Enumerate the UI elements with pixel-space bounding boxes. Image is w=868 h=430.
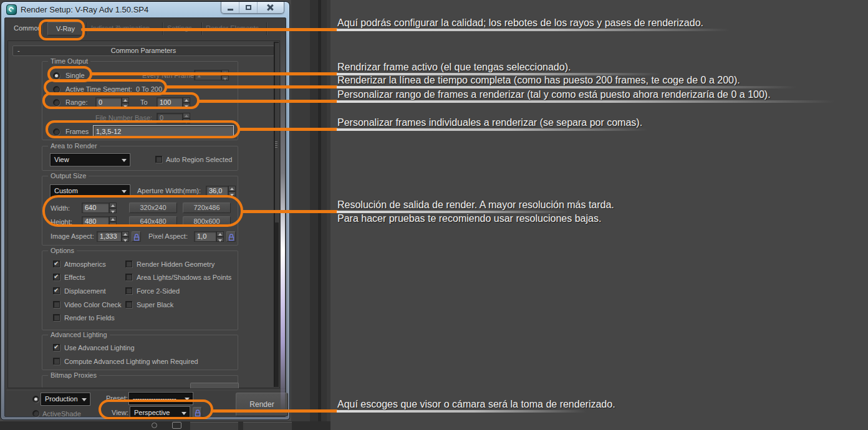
group-label: Bitmap Proxies xyxy=(48,371,99,379)
area-lights-checkbox[interactable] xyxy=(125,274,132,280)
minimize-icon xyxy=(228,9,233,11)
aero-glass-highlight xyxy=(281,27,285,412)
atmospherics-label: Atmospherics xyxy=(64,260,106,268)
statusbar-fragment xyxy=(190,422,238,430)
pixel-aspect-spinner[interactable] xyxy=(216,231,224,242)
rollout-title: Common Parameters xyxy=(111,47,176,54)
highlight-ring-resolution xyxy=(42,195,243,227)
pixel-aspect-field[interactable]: 1,0 xyxy=(194,231,216,242)
panel-scrollbar[interactable] xyxy=(274,42,279,387)
image-aspect-lock-button[interactable] xyxy=(132,231,141,242)
video-color-check-label: Video Color Check xyxy=(64,301,122,308)
highlight-ring-vray-tab xyxy=(39,19,85,41)
force-2-sided-label: Force 2-Sided xyxy=(137,287,180,295)
render-to-fields-checkbox[interactable] xyxy=(53,314,60,321)
annotation-full-timeline: Renderizar la línea de tiempo completa (… xyxy=(337,75,740,86)
image-aspect-field[interactable]: 1,333 xyxy=(97,231,122,242)
displacement-checkbox[interactable] xyxy=(53,287,60,294)
minimize-button[interactable] xyxy=(221,2,239,13)
connector-line-single xyxy=(90,72,338,75)
footer-divider xyxy=(6,389,286,389)
annotation-resolution: Resolución de salida de render. A mayor … xyxy=(337,199,614,211)
production-radio[interactable] xyxy=(32,396,39,403)
super-black-checkbox[interactable] xyxy=(125,301,132,308)
aperture-width-label: Aperture Width(mm): xyxy=(137,187,201,194)
area-to-render-dropdown[interactable]: View xyxy=(51,154,130,166)
highlight-ring-range xyxy=(42,92,200,109)
group-label: Output Size xyxy=(48,172,89,179)
statusbar-icon xyxy=(152,423,157,428)
activeshade-label: ActiveShade xyxy=(42,410,81,418)
connector-line-vray-tab xyxy=(81,28,338,31)
window-title: Render Setup: V-Ray Adv 1.50.SP4 xyxy=(21,5,148,14)
group-area-to-render: Area to Render View Auto Region Selected xyxy=(42,146,238,171)
render-hidden-geometry-label: Render Hidden Geometry xyxy=(137,260,215,268)
annotation-view-camera: Aquí escoges que visor o cámara será la … xyxy=(337,399,615,410)
statusbar-icon xyxy=(172,422,181,429)
output-size-value: Custom xyxy=(54,187,78,194)
connector-line-resolution xyxy=(241,210,338,213)
video-color-check-checkbox[interactable] xyxy=(53,301,60,308)
annotation-frame-range: Personalizar rango de frames a renderiza… xyxy=(337,89,771,100)
screenshot-root: Render Setup: V-Ray Adv 1.50.SP4 Common … xyxy=(0,0,868,430)
annotation-quality: Aquí podrás configurar la calidad; los r… xyxy=(337,17,703,29)
activeshade-radio[interactable] xyxy=(32,410,39,417)
auto-region-label: Auto Region Selected xyxy=(166,156,232,163)
image-aspect-label: Image Aspect: xyxy=(51,232,94,240)
compute-advanced-lighting-checkbox[interactable] xyxy=(53,358,60,365)
background-stripe xyxy=(321,0,327,430)
area-to-render-value: View xyxy=(54,156,69,163)
highlight-ring-view xyxy=(99,399,213,419)
highlight-ring-frames xyxy=(46,120,240,138)
connector-line-range xyxy=(197,100,338,103)
maximize-icon xyxy=(246,5,251,10)
super-black-label: Super Black xyxy=(137,301,173,308)
group-label: Time Output xyxy=(48,57,90,65)
rollout-header-common-parameters[interactable]: - Common Parameters xyxy=(12,45,274,56)
connector-line-view xyxy=(211,409,338,413)
pixel-aspect-lock-button[interactable] xyxy=(226,231,236,242)
annotation-underline xyxy=(337,410,586,413)
group-label: Advanced Lighting xyxy=(48,331,110,338)
annotation-underline xyxy=(337,128,647,131)
collapse-icon[interactable]: - xyxy=(17,46,20,55)
render-hidden-geometry-checkbox[interactable] xyxy=(125,260,132,267)
tab-common[interactable]: Common xyxy=(14,24,42,32)
annotation-single-frame: Rendrizar frame activo (el que tengas se… xyxy=(337,62,571,73)
maximize-button[interactable] xyxy=(239,2,258,13)
chevron-down-icon xyxy=(122,190,127,193)
render-to-fields-label: Render to Fields xyxy=(64,314,115,322)
max-app-icon xyxy=(6,4,17,15)
lock-icon xyxy=(133,233,140,241)
connector-line-active-time xyxy=(165,85,338,88)
effects-checkbox[interactable] xyxy=(53,274,60,280)
displacement-label: Displacement xyxy=(64,287,106,295)
titlebar[interactable]: Render Setup: V-Ray Adv 1.50.SP4 xyxy=(1,2,289,17)
use-advanced-lighting-label: Use Advanced Lighting xyxy=(64,344,135,351)
scrollbar-thumb[interactable] xyxy=(275,43,279,222)
annotation-underline xyxy=(337,100,834,103)
atmospherics-checkbox[interactable] xyxy=(53,260,60,267)
group-label: Options xyxy=(48,247,77,254)
window-controls xyxy=(221,2,284,14)
auto-region-checkbox[interactable] xyxy=(155,156,162,163)
annotation-individual-frames: Personalizar frames individuales a rende… xyxy=(337,117,642,128)
group-advanced-lighting: Advanced Lighting Use Advanced Lighting … xyxy=(42,335,238,370)
pixel-aspect-label: Pixel Aspect: xyxy=(148,232,188,240)
annotation-underline xyxy=(337,29,730,31)
use-advanced-lighting-checkbox[interactable] xyxy=(53,344,60,351)
chevron-down-icon xyxy=(82,398,87,401)
background-stripe xyxy=(310,0,318,430)
close-button[interactable] xyxy=(258,2,284,13)
connector-line-frames xyxy=(238,128,338,131)
image-aspect-spinner[interactable] xyxy=(122,231,129,242)
annotation-underline xyxy=(337,86,796,88)
production-dropdown[interactable]: Production xyxy=(41,393,90,405)
force-2-sided-checkbox[interactable] xyxy=(125,287,132,294)
effects-label: Effects xyxy=(64,274,85,281)
production-value: Production xyxy=(45,395,78,403)
scrollbar-grip xyxy=(275,141,277,142)
setup-button-partial[interactable] xyxy=(190,383,239,388)
chevron-down-icon xyxy=(122,159,127,162)
group-label: Area to Render xyxy=(48,142,100,150)
